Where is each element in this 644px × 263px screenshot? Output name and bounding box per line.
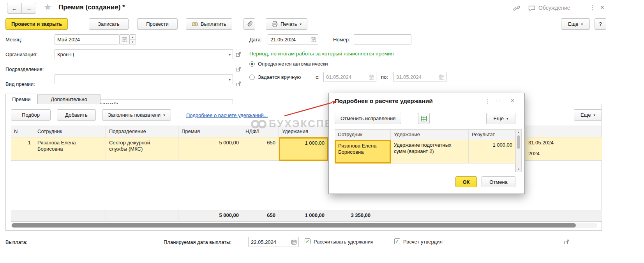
row-cell-deductions-selected[interactable]: 1 000,00 <box>279 137 328 161</box>
period-auto-radio-label[interactable]: Определяется автоматически <box>258 61 328 67</box>
department-label: Подразделение: <box>5 66 44 72</box>
period-auto-radio[interactable] <box>249 61 255 67</box>
change-form-button[interactable] <box>418 113 430 124</box>
help-button[interactable]: ? <box>595 18 606 30</box>
fill-indicators-button[interactable]: Заполнить показатели▾ <box>102 109 171 121</box>
column-header <box>525 126 602 137</box>
calendar-icon[interactable] <box>291 239 297 245</box>
forward-arrow-icon[interactable]: → <box>21 3 36 14</box>
bonus-type-open-icon[interactable] <box>235 81 242 87</box>
pick-button[interactable]: Подбор <box>11 109 51 121</box>
calendar-icon[interactable] <box>369 74 374 80</box>
window-close-icon[interactable]: ✕ <box>600 4 605 11</box>
dialog-maximize-icon[interactable]: □ <box>497 97 500 103</box>
date-input[interactable]: 21.05.2024 <box>268 34 318 44</box>
totals-cell <box>525 210 602 222</box>
undo-corrections-button[interactable]: Отменить исправления <box>335 113 401 124</box>
totals-cell-to-pay: 3 350,00 <box>328 210 374 222</box>
attachment-button[interactable] <box>243 18 255 30</box>
organization-label: Организация: <box>5 52 37 57</box>
dialog-row-cell-deduction[interactable]: Удержание подотчетных сумм (вариант 2) <box>391 140 469 163</box>
totals-cell <box>11 210 34 222</box>
planned-date-input[interactable]: 22.05.2024 <box>248 237 299 247</box>
organization-open-icon[interactable] <box>235 51 242 57</box>
link-chain-icon[interactable] <box>513 4 520 12</box>
dialog-column-header-employee: Сотрудник <box>335 129 391 140</box>
row-cell-dates[interactable]: 31.05.2024 2024 <box>525 137 602 161</box>
row-cell-department[interactable]: Сектор дежурной службы (МКС) <box>106 137 178 161</box>
vertical-scrollbar-track[interactable]: ▴ ▾ <box>515 129 522 172</box>
check-icon: ✓ <box>395 238 399 244</box>
approved-label[interactable]: Расчет утвердил <box>403 239 443 245</box>
column-header-department: Подразделение <box>106 126 178 137</box>
chevron-down-icon[interactable]: ▾ <box>229 53 231 57</box>
add-button[interactable]: Добавить <box>57 109 96 121</box>
column-header-bonus: Премия <box>178 126 242 137</box>
calendar-icon[interactable] <box>311 37 316 43</box>
money-icon <box>192 21 198 27</box>
table-more-button[interactable]: Еще▾ <box>574 109 602 121</box>
favorite-star-icon[interactable]: ★ <box>44 2 52 12</box>
check-icon: ✓ <box>305 238 310 244</box>
department-open-icon[interactable] <box>235 66 242 72</box>
totals-cell-deductions: 1 000,00 <box>279 210 328 222</box>
horizontal-scrollbar-thumb[interactable] <box>12 223 576 227</box>
dialog-row-cell-result[interactable]: 1 000,00 <box>469 140 515 163</box>
period-manual-radio-label[interactable]: Задается вручную <box>258 74 301 80</box>
spinner-down-icon[interactable]: ▼ <box>130 40 136 44</box>
dialog-title: Подробнее о расчете удержаний <box>335 98 433 105</box>
dialog-row-cell-employee-selected[interactable]: Рязанова Елена Борисовна <box>335 140 391 163</box>
calc-deductions-checkbox[interactable]: ✓ <box>305 238 311 244</box>
period-manual-radio[interactable] <box>249 75 255 80</box>
number-input[interactable] <box>354 34 411 44</box>
row-cell-n[interactable]: 1 <box>11 137 34 161</box>
chevron-down-icon: ▾ <box>581 22 583 26</box>
print-button[interactable]: Печать▾ <box>266 18 307 30</box>
approver-open-icon[interactable] <box>563 239 570 245</box>
window-menu-dots-icon[interactable]: ⋮ <box>589 4 596 11</box>
vertical-scrollbar-thumb[interactable] <box>517 135 520 149</box>
dialog-close-icon[interactable]: ✕ <box>510 98 515 103</box>
department-combo[interactable]: ▾ <box>55 74 233 84</box>
printer-icon <box>272 21 278 27</box>
discussion-bubble-icon[interactable] <box>528 4 536 12</box>
row-cell-ndfl[interactable]: 650 <box>242 137 279 161</box>
chevron-down-icon[interactable]: ▾ <box>229 78 231 82</box>
chevron-down-icon: ▾ <box>593 113 595 117</box>
month-input[interactable]: Май 2024 <box>55 34 119 44</box>
organization-combo[interactable]: Крон-Ц ▾ <box>55 49 233 59</box>
spinner-up-icon[interactable]: ▲ <box>130 35 136 40</box>
pay-button[interactable]: Выплатить <box>186 18 232 30</box>
scroll-up-icon[interactable]: ▴ <box>516 130 521 135</box>
post-and-close-button[interactable]: Провести и закрыть <box>5 18 68 30</box>
calc-deductions-label[interactable]: Рассчитывать удержания <box>314 239 373 245</box>
tab-additional[interactable]: Дополнительно <box>37 94 101 104</box>
calendar-icon <box>122 37 127 43</box>
month-spinner[interactable]: ▲ ▼ <box>129 34 136 44</box>
period-to-label: по: <box>381 74 388 80</box>
discussion-label[interactable]: Обсуждение <box>538 5 570 11</box>
calendar-icon[interactable] <box>439 74 445 80</box>
dialog-menu-dots-icon[interactable]: ⋮ <box>485 98 490 105</box>
bonus-type-label: Вид премии: <box>5 81 35 87</box>
dialog-more-button[interactable]: Еще▾ <box>486 113 515 124</box>
toolbar-more-button[interactable]: Еще▾ <box>561 18 590 30</box>
row-cell-bonus[interactable]: 5 000,00 <box>178 137 242 161</box>
month-calendar-button[interactable] <box>119 34 129 44</box>
cancel-button[interactable]: Отмена <box>482 176 515 187</box>
ok-button[interactable]: ОК <box>455 176 477 187</box>
scroll-down-icon[interactable]: ▾ <box>516 167 521 172</box>
back-arrow-icon[interactable]: ← <box>7 3 22 14</box>
period-from-label: с: <box>316 74 319 80</box>
deduction-details-link[interactable]: Подробнее о расчете удержаний... <box>186 112 268 118</box>
page-title: Премия (создание) * <box>58 4 125 11</box>
period-section-header: Период, по итогам работы за который начи… <box>249 51 394 57</box>
period-from-input[interactable]: 01.05.2024 <box>323 72 376 82</box>
totals-cell <box>444 210 525 222</box>
post-button[interactable]: Провести <box>137 18 178 30</box>
tab-bonuses[interactable]: Премии <box>5 94 37 105</box>
row-cell-employee[interactable]: Рязанова Елена Борисовна <box>34 137 106 161</box>
period-to-input[interactable]: 31.05.2024 <box>393 72 446 82</box>
save-button[interactable]: Записать <box>89 18 129 30</box>
approved-checkbox[interactable]: ✓ <box>394 238 400 244</box>
